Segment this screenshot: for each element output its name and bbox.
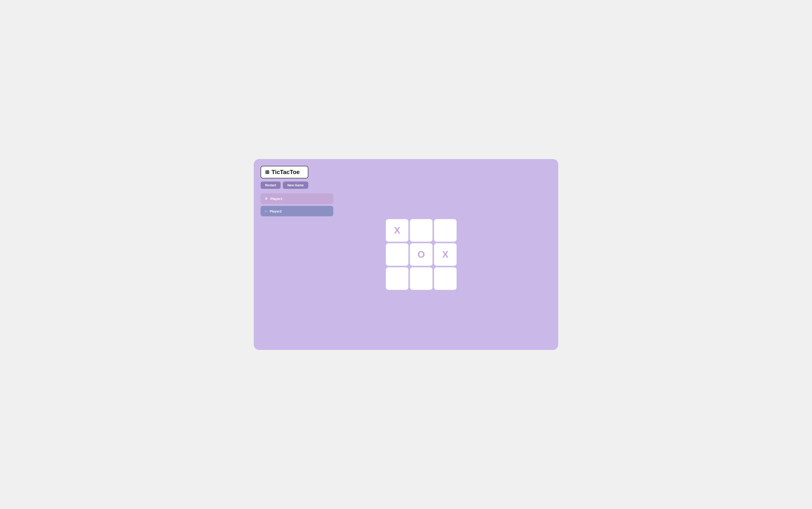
player1-icon: ✕ — [265, 197, 268, 201]
player-list: ✕ Player1 ○ Player2 — [260, 193, 333, 216]
cell-7[interactable] — [410, 267, 432, 290]
button-row: Restart New Game — [260, 181, 308, 189]
header: ⊞ TicTacToe Restart New Game — [260, 166, 308, 189]
restart-button[interactable]: Restart — [260, 181, 281, 189]
tictactoe-logo-icon: ⊞ — [265, 169, 269, 175]
player1-label: Player1 — [270, 197, 282, 201]
cell-4[interactable]: O — [410, 243, 432, 266]
player2-label: Player2 — [270, 209, 282, 213]
logo-box: ⊞ TicTacToe — [260, 166, 308, 178]
new-game-button[interactable]: New Game — [283, 181, 308, 189]
cell-6[interactable] — [386, 267, 409, 290]
cell-3[interactable] — [386, 243, 409, 266]
player1-card: ✕ Player1 — [260, 193, 333, 204]
player2-card: ○ Player2 — [260, 206, 333, 216]
cell-5[interactable]: X — [434, 243, 457, 266]
cell-0[interactable]: X — [386, 219, 409, 242]
cell-2[interactable] — [434, 219, 457, 242]
player2-icon: ○ — [265, 209, 267, 213]
cell-1[interactable] — [410, 219, 432, 242]
cell-8[interactable] — [434, 267, 457, 290]
app-title: TicTacToe — [272, 169, 300, 176]
board-area: XOX — [386, 219, 457, 290]
app-container: ⊞ TicTacToe Restart New Game ✕ Player1 ○… — [254, 159, 558, 350]
game-board: XOX — [386, 219, 457, 290]
